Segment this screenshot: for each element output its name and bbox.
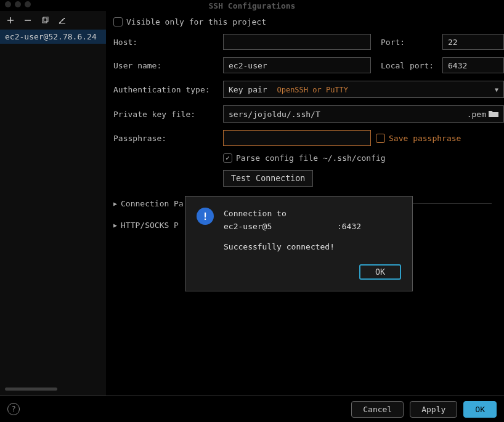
window-controls[interactable] [5,1,31,7]
dialog-user: ec2-user@5 [224,222,272,231]
apply-button[interactable]: Apply [410,401,457,418]
username-input[interactable] [223,57,371,73]
info-icon: ! [197,208,214,225]
parse-config-label: Parse config file ~/.ssh/config [236,153,386,163]
ok-button[interactable]: OK [463,401,497,418]
help-icon[interactable]: ? [7,403,20,415]
scrollbar[interactable] [5,388,57,391]
auth-type-label: Authentication type: [113,85,218,94]
dialog-ok-button[interactable]: OK [359,264,401,280]
port-label: Port: [376,38,437,47]
bottom-bar: ? Cancel Apply OK [0,396,504,422]
host-label: Host: [113,38,218,47]
chevron-down-icon: ▼ [495,86,498,93]
private-key-field[interactable]: sers/jojoldu/.ssh/T .pem [223,105,504,123]
folder-icon[interactable] [489,110,498,119]
dialog-port: :6432 [337,222,361,231]
cancel-button[interactable]: Cancel [351,401,404,418]
remove-icon[interactable] [23,16,32,25]
port-input[interactable] [442,34,504,50]
username-label: User name: [113,61,218,70]
edit-icon[interactable] [58,16,67,25]
section-label: HTTP/SOCKS P [121,221,179,230]
sidebar-item-label: ec2-user@52.78.6.24 [5,32,97,41]
expand-icon: ▶ [113,200,117,207]
connection-result-dialog: ! Connection to ec2-user@5 :6432 Success… [185,196,413,291]
auth-type-select[interactable]: Key pair OpenSSH or PuTTY ▼ [223,81,504,98]
minimize-window-icon[interactable] [15,1,21,7]
maximize-window-icon[interactable] [25,1,31,7]
svg-rect-0 [43,18,47,23]
copy-icon[interactable] [41,16,49,25]
dialog-line1: Connection to [224,208,361,221]
passphrase-label: Passphrase: [113,134,218,143]
private-key-ext: .pem [467,110,486,119]
private-key-path: sers/jojoldu/.ssh/T [229,110,465,119]
passphrase-input[interactable] [223,130,371,146]
save-passphrase-checkbox[interactable] [376,134,385,143]
auth-type-value: Key pair [229,85,267,94]
host-input[interactable] [223,34,371,50]
svg-rect-1 [44,17,48,22]
title-bar: SSH Configurations [0,0,504,11]
window-title: SSH Configurations [209,1,296,10]
auth-type-hint: OpenSSH or PuTTY [277,86,348,94]
add-icon[interactable] [6,16,15,25]
dialog-status: Successfully connected! [224,241,361,254]
private-key-label: Private key file: [113,110,218,119]
parse-config-checkbox[interactable] [223,153,232,163]
save-passphrase-label: Save passphrase [389,134,461,143]
test-connection-button[interactable]: Test Connection [223,170,313,187]
sidebar: ec2-user@52.78.6.24 [0,11,106,396]
visible-only-checkbox[interactable] [113,17,123,26]
visible-only-label: Visible only for this project [126,17,266,26]
local-port-label: Local port: [376,61,437,70]
close-window-icon[interactable] [5,1,11,7]
local-port-input[interactable] [442,57,504,73]
sidebar-item-config[interactable]: ec2-user@52.78.6.24 [0,30,106,44]
expand-icon: ▶ [113,222,117,229]
